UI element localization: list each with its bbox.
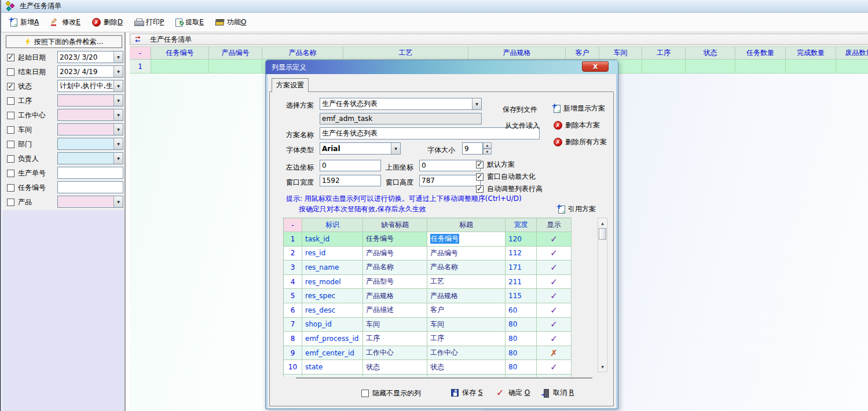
grid-cell[interactable]: 任务数量	[363, 375, 427, 377]
spin-down-icon[interactable]: ▼	[483, 149, 492, 155]
grid-row-1[interactable]: 1task_id任务编号任务编号120✓	[284, 232, 572, 247]
grid-show-cell[interactable]: ✓	[537, 375, 572, 377]
grid-cell[interactable]: 工序	[427, 332, 506, 346]
grid-cell[interactable]: 状态	[427, 360, 506, 375]
main-column-header-状态[interactable]: 状态	[686, 46, 735, 60]
filter-checkbox[interactable]	[7, 184, 14, 192]
main-column-header-任务数量[interactable]: 任务数量	[735, 46, 786, 60]
grid-cell[interactable]: 产品编号	[427, 247, 506, 261]
filter-checkbox[interactable]	[7, 83, 14, 90]
grid-show-cell[interactable]: ✓	[537, 275, 572, 289]
main-column-header-废品数量[interactable]: 废品数量	[836, 46, 868, 60]
grid-show-cell[interactable]: ✓	[537, 260, 572, 275]
chevron-down-icon[interactable]	[391, 143, 400, 154]
checkbox-icon[interactable]	[476, 173, 484, 181]
main-row-cell[interactable]	[735, 60, 786, 74]
side-button-删除所有方案[interactable]: 删除所有方案	[554, 137, 607, 147]
font-size-input[interactable]: 9	[462, 142, 483, 155]
filter-input-任务编号[interactable]	[57, 181, 123, 193]
grid-horizontal-scrollbar[interactable]	[296, 377, 592, 379]
main-column-header-产品名称[interactable]: 产品名称	[262, 46, 343, 60]
grid-show-cell[interactable]: ✓	[537, 232, 572, 247]
main-column-header--[interactable]: -	[130, 46, 151, 60]
top-coord-input[interactable]: 0	[419, 160, 481, 171]
grid-show-cell[interactable]: ✓	[537, 247, 572, 261]
option-checkbox-窗口自动最大化[interactable]: 窗口自动最大化	[476, 172, 536, 182]
grid-cell[interactable]	[506, 375, 537, 377]
grid-show-cell[interactable]: ✓	[537, 303, 572, 318]
save-button[interactable]: 保存 S	[451, 388, 482, 398]
grid-cell[interactable]: 115	[506, 289, 537, 303]
filter-checkbox[interactable]	[7, 126, 14, 134]
grid-column-header-显示[interactable]: 显示	[537, 218, 572, 232]
grid-cell[interactable]: 2	[284, 247, 302, 261]
grid-cell[interactable]: 120	[506, 232, 537, 247]
toolbar-button-修改[interactable]: 修改E	[46, 15, 85, 30]
filter-input-生产单号[interactable]	[57, 167, 123, 179]
grid-column-header-宽度[interactable]: 宽度	[506, 218, 537, 232]
scroll-down-icon[interactable]: ▼	[599, 362, 606, 371]
checkbox-icon[interactable]	[476, 185, 484, 193]
grid-cell[interactable]: 4	[284, 275, 302, 289]
main-row-cell[interactable]	[786, 60, 836, 74]
grid-row-7[interactable]: 7shop_id车间车间80✓	[284, 318, 572, 332]
grid-cell[interactable]: 状态	[363, 360, 427, 375]
main-column-header-工艺[interactable]: 工艺	[343, 46, 468, 60]
grid-cell[interactable]: 60	[506, 303, 537, 318]
side-button-删除本方案[interactable]: 删除本方案	[554, 120, 600, 130]
hide-columns-checkbox[interactable]: 隐藏不显示的列	[361, 388, 421, 398]
filter-combo-产品[interactable]	[57, 196, 123, 208]
toolbar-button-新增[interactable]: 新增A	[6, 15, 43, 30]
filter-checkbox[interactable]	[7, 54, 14, 61]
chevron-down-icon[interactable]	[113, 109, 123, 120]
grid-cell[interactable]: 产品型号	[363, 275, 427, 289]
grid-row-8[interactable]: 8emf_process_id工序工序80✓	[284, 332, 572, 346]
filter-checkbox[interactable]	[7, 68, 14, 76]
chevron-down-icon[interactable]	[472, 98, 481, 109]
grid-column-header-缺省标题[interactable]: 缺省标题	[363, 218, 427, 232]
grid-cell[interactable]: 产品编号	[363, 247, 427, 261]
font-type-select[interactable]: Arial	[320, 142, 401, 155]
grid-row-9[interactable]: 9emf_center_id工作中心工作中心80✗	[284, 346, 572, 361]
grid-cell[interactable]	[302, 375, 363, 377]
filter-checkbox[interactable]	[7, 155, 14, 163]
checkbox-icon[interactable]	[361, 390, 369, 397]
grid-cell[interactable]: 工序	[363, 332, 427, 346]
filter-checkbox[interactable]	[7, 97, 14, 105]
filter-checkbox[interactable]	[7, 199, 14, 206]
grid-show-cell[interactable]: ✓	[537, 289, 572, 303]
main-row-cell[interactable]	[642, 60, 686, 74]
grid-row-10[interactable]: 10state状态状态80✓	[284, 360, 572, 375]
grid-column-header--[interactable]: -	[284, 218, 302, 232]
grid-cell[interactable]: 产品规格	[363, 289, 427, 303]
option-checkbox-默认方案[interactable]: 默认方案	[476, 160, 515, 170]
grid-cell[interactable]: 任务编号	[363, 232, 427, 247]
filter-combo-部门[interactable]	[57, 138, 123, 150]
grid-cell[interactable]: 80	[506, 332, 537, 346]
grid-cell[interactable]: task_id	[302, 232, 363, 247]
grid-cell[interactable]: 80	[506, 346, 537, 361]
toolbar-button-打印[interactable]: 打印P	[130, 15, 169, 30]
grid-cell[interactable]: shop_id	[302, 318, 363, 332]
cancel-button[interactable]: 取消 R	[541, 388, 574, 398]
filter-checkbox[interactable]	[7, 141, 14, 148]
spin-up-icon[interactable]: ▲	[483, 142, 492, 149]
main-column-header-工序[interactable]: 工序	[642, 46, 686, 60]
close-button[interactable]: X	[582, 61, 609, 72]
main-row-cell[interactable]	[836, 60, 868, 74]
grid-cell[interactable]: 工作中心	[363, 346, 427, 361]
dialog-titlebar[interactable]: 列显示定义	[266, 60, 618, 74]
grid-cell[interactable]: 工艺	[427, 275, 506, 289]
grid-cell[interactable]: 车间	[363, 318, 427, 332]
grid-cell[interactable]: 211	[506, 275, 537, 289]
grid-cell[interactable]: emf_process_id	[302, 332, 363, 346]
main-row-cell[interactable]	[686, 60, 735, 74]
chevron-down-icon[interactable]	[113, 196, 123, 207]
filter-checkbox[interactable]	[7, 170, 14, 177]
side-button-新增显示方案[interactable]: 新增显示方案	[554, 104, 605, 113]
save-to-file-button[interactable]: 保存到文件	[503, 105, 537, 115]
grid-cell[interactable]: 80	[506, 318, 537, 332]
font-size-stepper[interactable]: ▲ ▼	[483, 142, 492, 155]
main-column-header-产品规格[interactable]: 产品规格	[468, 46, 566, 60]
grid-show-cell[interactable]: ✓	[537, 332, 572, 346]
